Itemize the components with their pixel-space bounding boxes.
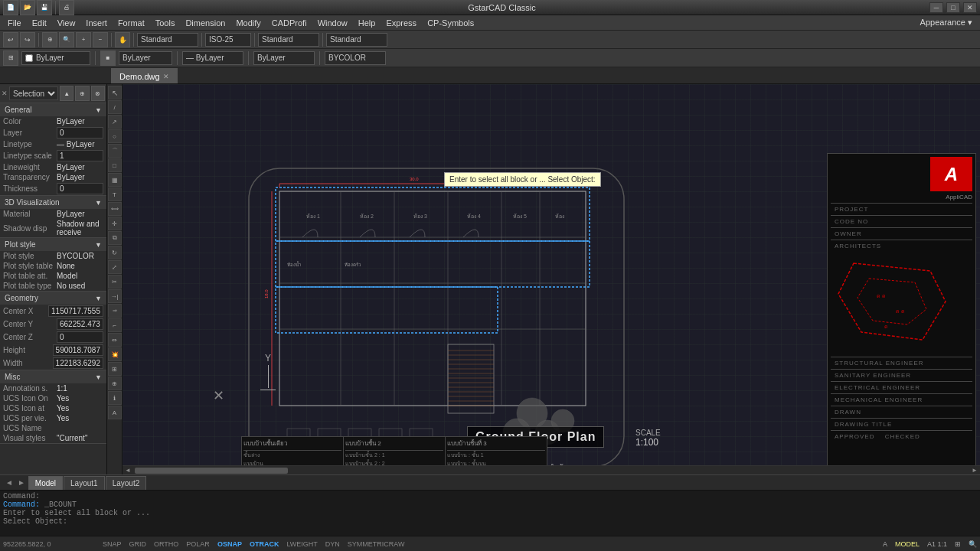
h-scroll-thumb[interactable]: [135, 468, 288, 474]
tool-text[interactable]: T: [108, 187, 122, 201]
menu-view[interactable]: View: [53, 17, 80, 29]
tab-model[interactable]: Model: [28, 476, 63, 490]
minimize-btn[interactable]: ─: [929, 2, 943, 13]
center-z-value[interactable]: 0: [57, 331, 103, 343]
scale-dropdown[interactable]: ISO-25: [205, 33, 251, 47]
tab-demo-dwg[interactable]: Demo.dwg ✕: [111, 68, 178, 83]
panel-close[interactable]: ✕: [2, 90, 8, 97]
menu-appearance[interactable]: Appearance ▾: [916, 16, 977, 29]
close-btn[interactable]: ✕: [963, 2, 977, 13]
snap-dropdown[interactable]: Standard: [137, 33, 198, 47]
tool-select[interactable]: ↖: [108, 86, 122, 99]
linetype-dropdown[interactable]: — ByLayer: [182, 51, 243, 65]
viz-header[interactable]: 3D Visualization ▼: [0, 196, 106, 209]
tool-copy[interactable]: ⧉: [108, 231, 122, 245]
plot-collapse[interactable]: ▼: [95, 241, 102, 249]
tab-layout1[interactable]: Layout1: [64, 476, 105, 490]
tool-insert[interactable]: ⊕: [108, 377, 122, 390]
osnap-btn[interactable]: OSNAP: [217, 540, 242, 548]
canvas[interactable]: ห้อง 1 ห้อง 2 ห้อง 3 ห้อง 4 ห้อง 5 ห้อง …: [122, 84, 980, 474]
tool-mirror[interactable]: ⇔: [108, 333, 122, 347]
menu-modify[interactable]: Modify: [231, 17, 265, 29]
tool-block[interactable]: ⊞: [108, 362, 122, 376]
menu-format[interactable]: Format: [113, 17, 149, 29]
tool-fillet[interactable]: ⌐: [108, 318, 122, 332]
lineweight-dropdown[interactable]: ByLayer: [253, 51, 315, 65]
geometry-header[interactable]: Geometry ▼: [0, 292, 106, 305]
menu-help[interactable]: Help: [354, 17, 381, 29]
magnifier-icon[interactable]: 🔍: [969, 540, 977, 548]
zoom-in-btn[interactable]: +: [76, 32, 91, 47]
menu-express[interactable]: Express: [381, 17, 421, 29]
thickness-value[interactable]: 0: [57, 183, 103, 194]
tool-properties[interactable]: ℹ: [108, 391, 122, 405]
maximize-btn[interactable]: □: [946, 2, 960, 13]
scroll-right-btn[interactable]: ►: [969, 467, 980, 474]
layer-btn[interactable]: ⊞: [3, 51, 18, 66]
tool-offset[interactable]: ⇒: [108, 304, 122, 318]
tool-hatch[interactable]: ▦: [108, 173, 122, 187]
general-header[interactable]: General ▼: [0, 103, 106, 116]
tool-rotate[interactable]: ↻: [108, 246, 122, 259]
h-scrollbar[interactable]: ◄ ►: [122, 465, 980, 474]
general-collapse[interactable]: ▼: [95, 106, 102, 114]
layer-prop-value[interactable]: 0: [57, 127, 103, 139]
menu-file[interactable]: File: [3, 17, 26, 29]
cancel-icon[interactable]: ✕: [213, 387, 224, 404]
bylayer-check[interactable]: [25, 54, 33, 62]
plot-header[interactable]: Plot style ▼: [0, 238, 106, 251]
ltscale-value[interactable]: 1: [57, 150, 103, 161]
misc-header[interactable]: Misc ▼: [0, 370, 106, 383]
symmetricdraw-btn[interactable]: SYMMETRICRAW: [348, 540, 405, 548]
tool-text2[interactable]: A: [108, 406, 122, 419]
filter-btn[interactable]: ▲: [60, 86, 74, 101]
tool-move[interactable]: ✛: [108, 217, 122, 230]
zoom-extents-btn[interactable]: ⊕: [42, 32, 57, 47]
tool-arc[interactable]: ⌒: [108, 144, 122, 158]
dyn-btn[interactable]: DYN: [325, 540, 340, 548]
width-value[interactable]: 122183.6292: [53, 357, 103, 369]
tab-close-btn[interactable]: ✕: [163, 73, 169, 80]
tool-rectangle[interactable]: □: [108, 158, 122, 172]
cmd-input[interactable]: [70, 517, 977, 526]
tab-layout2[interactable]: Layout2: [106, 476, 147, 490]
color-swatch[interactable]: ■: [100, 51, 116, 66]
tool-explode[interactable]: 💥: [108, 347, 122, 361]
menu-edit[interactable]: Edit: [28, 17, 51, 29]
print-btn[interactable]: 🖨: [59, 0, 74, 15]
new-btn[interactable]: 📄: [3, 0, 18, 15]
model-space-btn[interactable]: MODEL: [895, 540, 920, 548]
save-btn[interactable]: 💾: [37, 0, 52, 15]
lweight-btn[interactable]: LWEIGHT: [286, 540, 317, 548]
color-dropdown[interactable]: ByLayer: [119, 51, 172, 65]
annotation-scale-icon[interactable]: A: [883, 540, 887, 548]
menu-tools[interactable]: Tools: [151, 17, 180, 29]
geometry-collapse[interactable]: ▼: [95, 295, 102, 302]
dim-style2-dropdown[interactable]: Standard: [326, 33, 387, 47]
layer-dropdown[interactable]: ByLayer: [21, 51, 90, 65]
undo-btn[interactable]: ↩: [3, 32, 18, 47]
menu-window[interactable]: Window: [313, 17, 352, 29]
tool-dimension[interactable]: ⟺: [108, 202, 122, 216]
ortho-btn[interactable]: ORTHO: [154, 540, 178, 548]
height-value[interactable]: 590018.7087: [53, 344, 103, 356]
open-btn[interactable]: 📂: [20, 0, 35, 15]
menu-dimension[interactable]: Dimension: [181, 17, 230, 29]
tool-trim[interactable]: ✂: [108, 275, 122, 289]
tool-extend[interactable]: →|: [108, 289, 122, 303]
layout-nav-prev[interactable]: ◄: [3, 477, 15, 488]
redo-btn[interactable]: ↪: [20, 32, 35, 47]
deselect-btn[interactable]: ⊗: [91, 86, 105, 101]
layout-nav-next[interactable]: ►: [15, 477, 28, 488]
snap-btn[interactable]: SNAP: [103, 540, 122, 548]
zoom-out-btn[interactable]: −: [93, 32, 108, 47]
dim-style-dropdown[interactable]: Standard: [258, 33, 319, 47]
color2-dropdown[interactable]: BYCOLOR: [325, 51, 386, 65]
otrack-btn[interactable]: OTRACK: [250, 540, 279, 548]
tool-line[interactable]: /: [108, 100, 122, 114]
tool-circle[interactable]: ○: [108, 129, 122, 143]
menu-cadprofi[interactable]: CADProfi: [267, 17, 312, 29]
menu-cp-symbols[interactable]: CP-Symbols: [423, 17, 479, 29]
center-y-value[interactable]: 662252.473: [57, 318, 103, 330]
polar-btn[interactable]: POLAR: [186, 540, 210, 548]
